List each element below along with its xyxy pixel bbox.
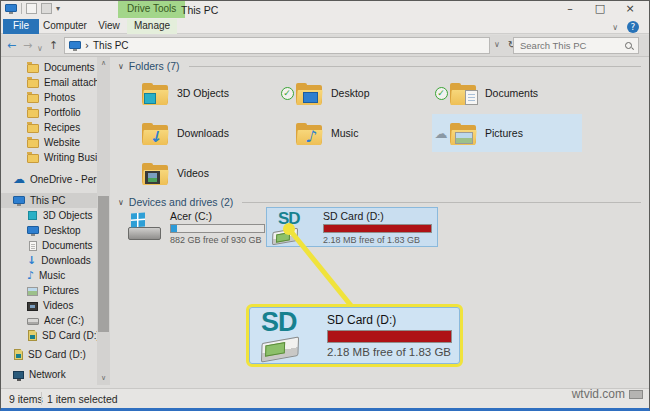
folder-icon — [27, 64, 39, 73]
navigation-pane: Documents Email attachmen Photos Portfol… — [1, 57, 97, 385]
sidebar-item-sd-card-root[interactable]: SD Card (D:) — [1, 347, 97, 362]
folder-icon — [27, 79, 39, 88]
sidebar-item-writing-business[interactable]: Writing Business — [1, 150, 97, 165]
sidebar-item-photos[interactable]: Photos — [1, 90, 97, 105]
tab-view[interactable]: View — [91, 19, 127, 34]
address-bar[interactable]: › This PC — [64, 37, 490, 54]
capacity-bar — [170, 224, 265, 233]
folder-icon: ♪ — [296, 122, 324, 145]
forward-icon[interactable]: → — [23, 38, 32, 53]
sd-card-icon — [28, 330, 37, 341]
breadcrumb-this-pc[interactable]: This PC — [93, 40, 129, 51]
tab-computer[interactable]: Computer — [39, 19, 91, 34]
sidebar-item-portfolio[interactable]: Portfolio — [1, 105, 97, 120]
capacity-bar — [323, 224, 432, 233]
sidebar-item-3d-objects[interactable]: 3D Objects — [1, 208, 97, 223]
document-icon — [29, 241, 37, 251]
sidebar-item-pictures[interactable]: Pictures — [1, 283, 97, 298]
sidebar-item-sd-card[interactable]: SD Card (D:) — [1, 328, 97, 343]
sidebar-scrollbar[interactable]: ∧ ∨ — [97, 57, 110, 385]
sidebar-item-website[interactable]: Website — [1, 135, 97, 150]
folder-icon: ↓ — [142, 122, 170, 145]
window-controls: – □ × — [555, 1, 645, 18]
up-icon[interactable]: ↑ — [49, 38, 58, 53]
folder-tile-documents[interactable]: ✓ Documents — [432, 74, 582, 112]
folder-tile-pictures[interactable]: ☁ Pictures — [432, 114, 582, 152]
sidebar-item-recipes[interactable]: Recipes — [1, 120, 97, 135]
ribbon-tab-strip: File Computer View Manage — [1, 19, 649, 34]
sidebar-item-desktop[interactable]: Desktop — [1, 223, 97, 238]
quick-access-toolbar: ▾ — [5, 3, 60, 14]
search-box[interactable] — [513, 37, 639, 54]
drive-tile-acer-c[interactable]: Acer (C:) 882 GB free of 930 GB — [124, 207, 270, 247]
address-dropdown-icon[interactable]: ∨ — [494, 38, 500, 52]
collapse-ribbon-icon[interactable]: ∨ — [612, 23, 618, 32]
sd-card-callout: SD SD Card (D:) 2.18 MB free of 1.83 GB — [246, 304, 463, 367]
scrollbar-thumb[interactable] — [98, 196, 109, 332]
folder-icon — [450, 122, 478, 145]
synced-check-icon: ✓ — [281, 87, 294, 100]
watermark-icon — [629, 390, 643, 399]
folder-tile-videos[interactable]: Videos — [124, 154, 274, 192]
sidebar-item-documents[interactable]: Documents — [1, 60, 97, 75]
folder-tile-desktop[interactable]: ✓ Desktop — [278, 74, 428, 112]
back-icon[interactable]: ← — [7, 38, 16, 53]
sidebar-item-documents-pc[interactable]: Documents — [1, 238, 97, 253]
address-toolbar: ← → ∨ ↑ › This PC ∨ ↻ — [1, 35, 649, 57]
sidebar-item-email-attachments[interactable]: Email attachmen — [1, 75, 97, 90]
search-input[interactable] — [518, 39, 624, 52]
collapse-group-icon[interactable]: ∨ — [118, 62, 124, 71]
scroll-down-icon[interactable]: ∨ — [97, 372, 110, 385]
folder-icon — [142, 82, 170, 105]
folder-icon — [27, 124, 39, 133]
3d-objects-icon — [28, 211, 37, 220]
network-icon — [13, 371, 24, 379]
this-pc-icon — [69, 41, 81, 49]
recent-locations-icon[interactable]: ∨ — [37, 41, 43, 56]
sidebar-item-onedrive[interactable]: ☁OneDrive - Person — [1, 172, 97, 187]
folder-icon — [27, 94, 39, 103]
tab-manage[interactable]: Manage — [127, 19, 177, 34]
help-icon[interactable]: ? — [627, 21, 639, 33]
folder-icon — [27, 139, 39, 148]
sidebar-item-acer-c[interactable]: Acer (C:) — [1, 313, 97, 328]
drive-tile-sd-card[interactable]: SD SD Card (D:) 2.18 MB free of 1.83 GB — [266, 207, 438, 247]
tab-file[interactable]: File — [3, 19, 39, 34]
maximize-button[interactable]: □ — [585, 1, 615, 18]
hard-drive-icon — [27, 318, 39, 325]
scroll-up-icon[interactable]: ∧ — [97, 57, 110, 70]
explorer-icon — [5, 4, 17, 12]
folder-icon — [142, 162, 170, 185]
music-note-icon: ♪ — [27, 270, 34, 281]
sidebar-item-videos[interactable]: Videos — [1, 298, 97, 313]
folder-icon — [27, 154, 39, 163]
video-icon — [27, 302, 38, 311]
new-folder-icon[interactable] — [41, 3, 52, 14]
file-explorer-window: ▾ Drive Tools This PC – □ × File Compute… — [0, 0, 650, 411]
sidebar-item-music[interactable]: ♪Music — [1, 268, 97, 283]
sd-card-icon-large: SD — [257, 311, 319, 361]
selection-count: 1 item selected — [47, 393, 118, 405]
breadcrumb-separator: › — [85, 40, 89, 51]
collapse-group-icon[interactable]: ∨ — [118, 198, 124, 207]
folder-tile-music[interactable]: ♪ Music — [278, 114, 428, 152]
title-bar: ▾ Drive Tools This PC – □ × — [1, 1, 649, 19]
capacity-bar-large — [327, 330, 452, 343]
sd-card-icon: SD — [270, 211, 316, 243]
sidebar-item-this-pc[interactable]: This PC — [1, 193, 97, 208]
close-button[interactable]: × — [615, 1, 645, 18]
window-title: This PC — [181, 4, 218, 16]
group-divider — [189, 66, 641, 67]
hard-drive-icon — [127, 213, 163, 241]
properties-icon[interactable] — [26, 3, 37, 14]
drive-tools-contextual-tab[interactable]: Drive Tools — [118, 1, 185, 18]
minimize-button[interactable]: – — [555, 1, 585, 18]
sidebar-item-network[interactable]: Network — [1, 367, 97, 382]
sd-card-icon — [14, 349, 23, 360]
sidebar-item-downloads[interactable]: ↓Downloads — [1, 253, 97, 268]
folder-tile-3d-objects[interactable]: 3D Objects — [124, 74, 274, 112]
customize-quick-access-icon[interactable]: ▾ — [56, 3, 60, 14]
folders-group-header[interactable]: ∨ Folders (7) — [118, 60, 641, 72]
status-divider — [41, 392, 42, 405]
folder-tile-downloads[interactable]: ↓ Downloads — [124, 114, 274, 152]
